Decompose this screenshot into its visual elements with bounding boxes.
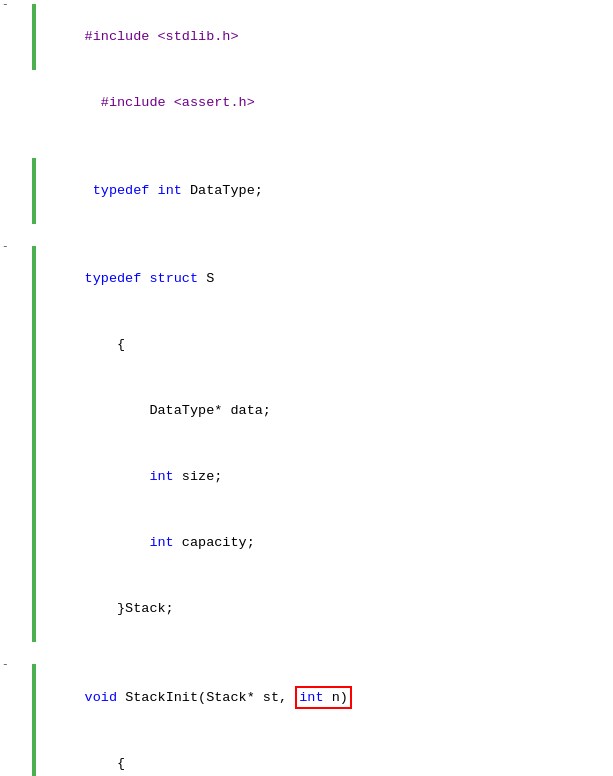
code-container: - #include <stdlib.h> #include <assert.h… — [0, 0, 613, 776]
line-content-8: DataType* data; — [36, 378, 613, 444]
line-11: }Stack; — [0, 576, 613, 642]
highlight-int-n: int n) — [295, 686, 352, 709]
line-8: DataType* data; — [0, 378, 613, 444]
line-4: typedef int DataType; — [0, 158, 613, 224]
collapse-1[interactable]: - — [2, 0, 9, 15]
collapse-13[interactable]: - — [2, 653, 9, 675]
line-content-9: int size; — [36, 444, 613, 510]
line-content-13: void StackInit(Stack* st, int n) — [36, 664, 613, 731]
line-content-10: int capacity; — [36, 510, 613, 576]
line-14: { — [0, 731, 613, 776]
line-content-12 — [36, 642, 613, 664]
line-content-6: typedef struct S — [36, 246, 613, 312]
line-6: - typedef struct S — [0, 246, 613, 312]
line-13: - void StackInit(Stack* st, int n) — [0, 664, 613, 731]
line-content-1: #include <stdlib.h> — [36, 4, 613, 70]
line-1: - #include <stdlib.h> — [0, 4, 613, 70]
line-content-5 — [36, 224, 613, 246]
line-3 — [0, 136, 613, 158]
line-content-7: { — [36, 312, 613, 378]
line-10: int capacity; — [0, 510, 613, 576]
line-content-2: #include <assert.h> — [36, 70, 613, 136]
line-12 — [0, 642, 613, 664]
line-2: #include <assert.h> — [0, 70, 613, 136]
line-7: { — [0, 312, 613, 378]
collapse-6[interactable]: - — [2, 235, 9, 257]
line-5 — [0, 224, 613, 246]
line-content-3 — [36, 136, 613, 158]
line-content-4: typedef int DataType; — [36, 158, 613, 224]
line-content-11: }Stack; — [36, 576, 613, 642]
line-content-14: { — [36, 731, 613, 776]
line-9: int size; — [0, 444, 613, 510]
